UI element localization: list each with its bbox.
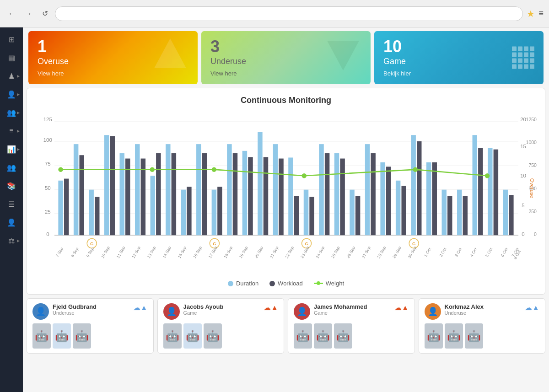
robot-2c: 🤖 <box>204 323 222 349</box>
svg-text:75: 75 <box>45 161 51 166</box>
game-card[interactable]: 10 Game Bekijk hier <box>374 31 544 84</box>
svg-text:10: 10 <box>520 173 526 178</box>
library-icon: 📚 <box>7 182 16 190</box>
bar-duration-9 <box>181 190 186 236</box>
player-header-4: 👤 Korkmaz Alex Underuse ☁▲ <box>425 303 540 320</box>
trend-icon-4: ☁▲ <box>525 303 539 312</box>
bar-workload-25 <box>432 162 437 235</box>
sidebar-item-activity[interactable]: ♟ ▶ <box>2 68 21 84</box>
back-button[interactable]: ← <box>5 7 18 20</box>
svg-text:12 Sep: 12 Sep <box>131 246 141 259</box>
bar-duration-14 <box>258 132 262 235</box>
game-link[interactable]: Bekijk hier <box>383 70 534 77</box>
sidebar-item-group[interactable]: 👥 ▶ <box>2 104 21 121</box>
bar-duration-18 <box>319 144 323 235</box>
svg-text:G: G <box>305 241 308 246</box>
svg-text:24 Sep: 24 Sep <box>315 246 326 259</box>
browser-menu-icon[interactable]: ≡ <box>538 9 544 18</box>
person-icon: 👤 <box>7 90 16 99</box>
app-layout: ⊞ ▦ ♟ ▶ 👤 ▶ 👥 ▶ ≡ ▶ 📊 ▶ 👥 📚 <box>0 27 549 392</box>
legend-workload-label: Workload <box>278 280 303 287</box>
chart-svg: 125 100 75 50 25 0 20 15 10 5 0 1250 100… <box>34 111 538 275</box>
legend-weight-line <box>314 283 323 284</box>
bar-duration-29 <box>488 148 492 236</box>
player-avatar-3: 👤 <box>294 303 310 320</box>
sidebar-item-account[interactable]: 👤 <box>2 214 21 231</box>
robot-1c: 🤖 <box>73 323 91 349</box>
svg-text:7 Sep: 7 Sep <box>55 247 64 258</box>
svg-text:G: G <box>412 241 415 246</box>
bar-duration-21 <box>365 144 370 235</box>
svg-text:3 Oct: 3 Oct <box>454 247 463 258</box>
bar-workload-18 <box>325 153 329 235</box>
bar-duration-4 <box>104 135 109 235</box>
weight-dot-1 <box>58 167 63 172</box>
list-icon: ≡ <box>9 127 13 135</box>
player-name-4: Korkmaz Alex <box>445 303 522 310</box>
legend-weight: Weight <box>314 280 344 287</box>
address-bar[interactable] <box>55 6 523 21</box>
bar-workload-8 <box>172 153 176 235</box>
weight-dot-4 <box>302 173 307 178</box>
chart-section: Continuous Monitoring 125 100 75 50 25 0… <box>27 88 545 295</box>
main-content: 1 Overuse View here 3 Underuse View here <box>23 27 549 392</box>
svg-text:1250: 1250 <box>526 117 537 122</box>
player-card-4[interactable]: 👤 Korkmaz Alex Underuse ☁▲ 🤖 🤖 🤖 <box>419 298 546 354</box>
refresh-button[interactable]: ↺ <box>38 7 51 20</box>
svg-text:23 Sep: 23 Sep <box>300 246 310 259</box>
sidebar-item-compliance[interactable]: ⚖ ▶ <box>2 232 21 249</box>
sidebar-item-charts[interactable]: 📊 ▶ <box>2 141 21 157</box>
player-card-2[interactable]: 👤 Jacobs Ayoub Game ☁▲ 🤖 🤖 🤖 <box>157 298 285 354</box>
svg-text:100: 100 <box>43 137 52 143</box>
bar-duration-22 <box>380 162 385 235</box>
svg-text:14 Sep: 14 Sep <box>161 246 172 259</box>
svg-text:125: 125 <box>43 117 52 122</box>
robot-4c: 🤖 <box>465 323 483 349</box>
bar-workload-19 <box>340 159 344 236</box>
svg-text:Overuse: Overuse <box>529 178 535 199</box>
bar-duration-17 <box>304 190 308 236</box>
svg-text:G: G <box>90 241 93 246</box>
trend-icon-1: ☁▲ <box>133 303 148 312</box>
bar-duration-15 <box>273 144 278 235</box>
bar-workload-28 <box>478 148 483 236</box>
sidebar-item-calendar[interactable]: ▦ <box>2 49 21 66</box>
sidebar-item-users[interactable]: 👥 <box>2 159 21 176</box>
svg-text:20 Sep: 20 Sep <box>253 246 264 259</box>
trend-icon-2: ☁▲ <box>264 303 278 312</box>
sidebar-item-dashboard[interactable]: ⊞ <box>2 31 21 48</box>
player-header-2: 👤 Jacobs Ayoub Game ☁▲ <box>163 303 279 320</box>
sidebar-item-list[interactable]: ≡ ▶ <box>2 123 21 139</box>
bar-duration-5 <box>119 153 124 235</box>
player-avatar-1: 👤 <box>32 303 49 320</box>
bookmark-star-icon[interactable]: ★ <box>527 8 535 19</box>
robot-1b: 🤖 <box>53 323 71 349</box>
player-card-3[interactable]: 👤 James Mohammed Game ☁▲ 🤖 🤖 🤖 <box>288 298 415 354</box>
underuse-card[interactable]: 3 Underuse View here <box>201 31 371 84</box>
svg-text:1 Oct: 1 Oct <box>423 247 432 258</box>
player-robots-3: 🤖 🤖 🤖 <box>294 323 409 349</box>
bar-duration-10 <box>196 144 201 235</box>
sidebar-item-settings[interactable]: ☰ <box>2 196 21 212</box>
svg-text:26 Sep: 26 Sep <box>346 246 356 259</box>
player-card-1[interactable]: 👤 Fjeld Gudbrand Underuse ☁▲ 🤖 🤖 🤖 <box>27 298 154 354</box>
robot-3b: 🤖 <box>314 323 332 349</box>
svg-marker-0 <box>154 38 186 68</box>
forward-button[interactable]: → <box>22 7 35 20</box>
account-icon: 👤 <box>7 218 16 227</box>
bar-duration-12 <box>227 144 231 235</box>
svg-text:19 Sep: 19 Sep <box>238 246 249 259</box>
player-status-1: Underuse <box>53 310 129 316</box>
chevron-right-icon: ▶ <box>17 129 20 133</box>
legend-workload: Workload <box>269 280 303 287</box>
robot-1a: 🤖 <box>32 323 51 349</box>
browser-chrome: ← → ↺ ★ ≡ <box>0 0 549 27</box>
calendar-icon: ▦ <box>8 54 15 62</box>
svg-text:G: G <box>213 241 216 246</box>
svg-text:5 Oct: 5 Oct <box>484 247 494 258</box>
overuse-card[interactable]: 1 Overuse View here <box>28 31 198 84</box>
player-status-3: Game <box>314 310 391 316</box>
weight-dot-5 <box>413 167 418 172</box>
sidebar-item-profile[interactable]: 👤 ▶ <box>2 86 21 102</box>
sidebar-item-library[interactable]: 📚 <box>2 177 21 194</box>
